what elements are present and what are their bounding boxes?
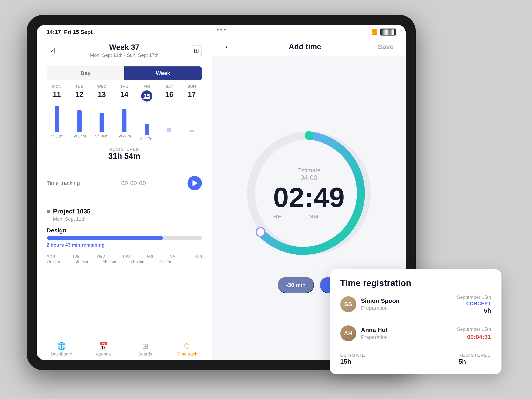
spacer2 — [37, 196, 212, 202]
reg-date-simon: September 15th — [457, 294, 491, 300]
boards-icon: ⊞ — [142, 342, 148, 350]
bottom-times-row: 7h 12m 6h 24m 5h 36m 6h 48m 3h 17m — [47, 260, 202, 264]
left-header: ☑ Week 37 Mon. Sept 11th - Sun. Sept 17t… — [37, 38, 212, 62]
add-time-title: Add time — [289, 43, 321, 51]
add-week-button[interactable]: ⊞ — [191, 45, 202, 56]
week-days: MON 11 7h 12m TUE 12 — [37, 82, 212, 143]
day-col-mon[interactable]: MON 11 7h 12m — [47, 84, 67, 141]
reg-info-simon: Simon Spoon Preparation — [361, 298, 452, 311]
checkmark-icon[interactable]: ☑ — [47, 45, 58, 56]
timer-main[interactable]: 02:49 — [273, 183, 344, 211]
project-section: Project 1035 Mon, Sept 11th — [37, 202, 212, 224]
remaining-text: 2 hours 43 min remaining — [47, 242, 202, 248]
nav-timetrack-label: Time track — [177, 352, 197, 357]
estimate-value: 04:00 — [273, 174, 344, 181]
save-button[interactable]: Save — [378, 43, 393, 51]
nav-agenda[interactable]: 📅 Agenda — [85, 342, 121, 357]
nav-agenda-label: Agenda — [96, 352, 111, 357]
day-col-tue[interactable]: TUE 12 6h 24m — [69, 84, 89, 141]
nav-dashboard[interactable]: 🌐 Dashboard — [44, 342, 79, 357]
status-time: 14:17 — [47, 29, 61, 35]
timer-handle[interactable] — [256, 228, 265, 236]
day-col-fri[interactable]: FRI 15 3h 17m — [136, 84, 157, 141]
dashboard-icon: 🌐 — [57, 342, 66, 350]
day-col-sat[interactable]: SAT 16 — [159, 84, 179, 141]
reg-meta-anna: September 15th 00:04:31 — [457, 326, 491, 340]
week-range: Mon. Sept 11th - Sun. Sept 17th — [90, 52, 158, 58]
day-col-wed[interactable]: WED 13 5h 36m — [92, 84, 112, 141]
day-bar-sat — [167, 128, 171, 132]
week-title: Week 37 — [90, 43, 158, 52]
day-bar-sun — [190, 130, 194, 132]
timer-center: Estimate 04:00 02:49 HH MM — [273, 167, 344, 220]
project-title: Project 1035 — [47, 208, 202, 215]
day-bar-wed — [100, 113, 104, 132]
timer-end-dot — [304, 131, 313, 140]
day-bar-mon — [55, 106, 59, 132]
time-reg-row-2: AH Anna Hof Preparation September 15th 0… — [340, 325, 491, 347]
nav-boards-label: Boards — [138, 352, 152, 357]
status-date: Fri 15 Sept — [64, 29, 93, 35]
time-registration-card: Time registration SS Simon Spoon Prepara… — [330, 269, 501, 374]
nav-dashboard-label: Dashboard — [51, 352, 72, 357]
battery-icon: ▓▓▓ — [380, 29, 396, 36]
reg-hours-anna: 00:04:31 — [457, 334, 491, 340]
week-title-block: Week 37 Mon. Sept 11th - Sun. Sept 17th — [90, 43, 158, 58]
design-label: Design — [47, 227, 202, 234]
progress-bar — [47, 236, 202, 240]
back-button[interactable]: ← — [224, 42, 232, 51]
bottom-week: MON TUE WED THU FRI SAT SUN 7h 12m 6h 24… — [37, 251, 212, 267]
nav-timetrack[interactable]: ⏱ Time track — [169, 342, 205, 357]
progress-fill — [47, 236, 163, 240]
registered-value: 31h 54m — [47, 152, 202, 161]
reg-task-anna: Preparation — [361, 334, 452, 340]
status-icons: 📶 ▓▓▓ — [371, 29, 396, 36]
avatar-simon: SS — [340, 296, 356, 312]
day-toggle[interactable]: Day — [47, 66, 125, 80]
day-bar-tue — [77, 110, 82, 132]
agenda-icon: 📅 — [99, 342, 108, 350]
bottom-days-row: MON TUE WED THU FRI SAT SUN — [47, 254, 202, 259]
project-dot — [47, 210, 50, 213]
nav-boards[interactable]: ⊞ Boards — [127, 342, 163, 357]
avatar-anna: AH — [340, 325, 356, 341]
reg-meta-simon: September 15th CONCEPT 5h — [457, 294, 491, 314]
reg-date-anna: September 15th — [457, 326, 491, 332]
time-reg-title: Time registration — [340, 278, 491, 288]
design-section: Design 2 hours 43 min remaining — [37, 224, 212, 251]
timetrack-icon: ⏱ — [184, 342, 191, 350]
reg-hours-simon: 5h — [457, 307, 491, 314]
project-date: Mon, Sept 11th — [53, 216, 202, 222]
play-button[interactable] — [188, 176, 202, 190]
footer-estimate-value: 15h — [340, 358, 365, 365]
reg-name-simon: Simon Spoon — [361, 298, 452, 304]
day-col-thu[interactable]: THU 14 6h 48m — [114, 84, 135, 141]
day-col-sun[interactable]: SUN 17 — [182, 84, 202, 141]
view-toggle[interactable]: Day Week — [47, 66, 202, 80]
reg-name-anna: Anna Hof — [361, 327, 452, 333]
footer-estimate-label: ESTIMATE — [340, 353, 365, 358]
timer-labels: HH MM — [273, 213, 344, 220]
status-bar: 14:17 Fri 15 Sept 📶 ▓▓▓ — [37, 25, 406, 38]
right-header: ← Add time Save — [212, 38, 406, 56]
time-tracking-value: 00:00:00 — [121, 180, 146, 186]
week-toggle[interactable]: Week — [124, 66, 202, 80]
estimate-label: Estimate — [273, 167, 344, 174]
registered-section: REGISTERED 31h 54m — [37, 143, 212, 165]
circular-timer[interactable]: Estimate 04:00 02:49 HH MM — [239, 123, 379, 263]
footer-registered-label: REGISTERED — [458, 353, 491, 358]
play-icon — [192, 180, 198, 186]
minus-30-button[interactable]: -30 min — [278, 277, 314, 293]
footer-estimate: ESTIMATE 15h — [340, 353, 365, 365]
time-tracking-label: Time tracking — [47, 180, 80, 186]
timer-hh: HH — [273, 213, 282, 220]
time-tracking-row: Time tracking 00:00:00 — [37, 170, 212, 196]
flex-spacer — [37, 267, 212, 338]
registered-label: REGISTERED — [47, 147, 202, 152]
footer-registered: REGISTERED 5h — [458, 353, 491, 365]
reg-badge-simon: CONCEPT — [457, 301, 491, 306]
day-bar-fri — [145, 124, 149, 135]
wifi-icon: 📶 — [371, 29, 378, 35]
timer-mm: MM — [308, 213, 319, 220]
left-panel: ☑ Week 37 Mon. Sept 11th - Sun. Sept 17t… — [37, 38, 212, 360]
